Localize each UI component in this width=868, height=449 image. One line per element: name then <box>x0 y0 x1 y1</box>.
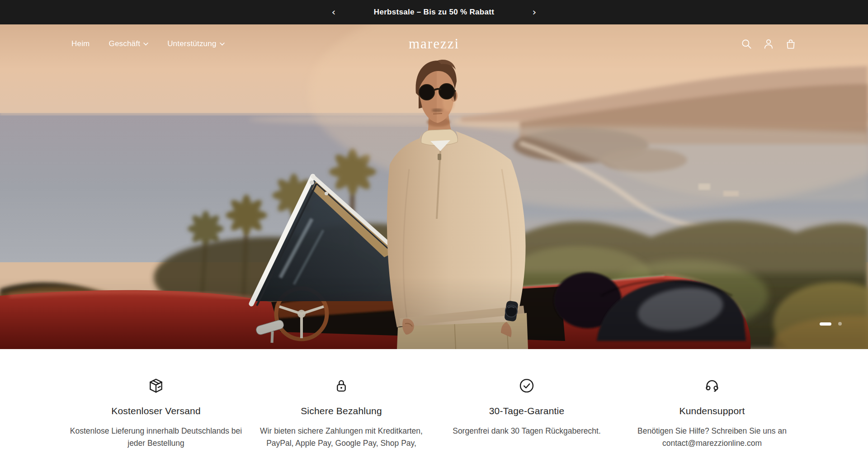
chevron-down-icon <box>143 43 148 46</box>
header-actions <box>741 38 797 50</box>
feature-guarantee: 30-Tage-Garantie Sorgenfrei dank 30 Tage… <box>434 377 619 449</box>
feature-support: Kundensupport Benötigen Sie Hilfe? Schre… <box>619 377 805 449</box>
search-icon[interactable] <box>741 38 752 50</box>
carousel-dot[interactable] <box>838 322 842 326</box>
feature-title: 30-Tage-Garantie <box>489 406 565 416</box>
site-header: Heim Geschäft Unterstützung marezzi <box>0 24 868 63</box>
nav-item-label: Geschäft <box>108 39 140 48</box>
feature-shipping: Kostenloser Versand Kostenlose Lieferung… <box>63 377 249 449</box>
feature-text: Benötigen Sie Hilfe? Schreiben Sie uns a… <box>635 425 789 449</box>
nav-item-unterstuetzung[interactable]: Unterstützung <box>167 39 224 48</box>
feature-title: Sichere Bezahlung <box>301 406 382 416</box>
carousel-indicators <box>820 322 842 326</box>
chevron-down-icon <box>220 43 225 46</box>
announcement-text: Herbstsale – Bis zu 50 % Rabatt <box>374 8 494 17</box>
feature-text: Wir bieten sichere Zahlungen mit Kreditk… <box>256 425 427 449</box>
hero-section: Heim Geschäft Unterstützung marezzi <box>0 24 868 349</box>
announcement-next-button[interactable]: › <box>525 0 543 24</box>
feature-title: Kundensupport <box>679 406 745 416</box>
account-icon[interactable] <box>763 38 774 50</box>
headphones-icon <box>703 377 721 394</box>
nav-item-geschaeft[interactable]: Geschäft <box>108 39 148 48</box>
store-logo[interactable]: marezzi <box>409 36 459 52</box>
feature-title: Kostenloser Versand <box>111 406 201 416</box>
nav-item-label: Unterstützung <box>167 39 216 48</box>
feature-payment: Sichere Bezahlung Wir bieten sichere Zah… <box>249 377 434 449</box>
announcement-prev-button[interactable]: ‹ <box>325 0 343 24</box>
cart-icon[interactable] <box>785 38 797 50</box>
features-section: Kostenloser Versand Kostenlose Lieferung… <box>0 349 868 449</box>
lock-icon <box>333 377 350 394</box>
check-circle-icon <box>518 377 535 394</box>
package-icon <box>147 377 165 394</box>
announcement-bar: ‹ Herbstsale – Bis zu 50 % Rabatt › <box>0 0 868 24</box>
main-nav: Heim Geschäft Unterstützung <box>71 39 225 48</box>
nav-item-heim[interactable]: Heim <box>71 39 90 48</box>
feature-text: Kostenlose Lieferung innerhalb Deutschla… <box>67 425 245 449</box>
carousel-dot-active[interactable] <box>820 322 831 326</box>
feature-text: Sorgenfrei dank 30 Tagen Rückgaberecht. <box>453 425 601 437</box>
nav-item-label: Heim <box>71 39 90 48</box>
hero-image <box>0 24 868 349</box>
